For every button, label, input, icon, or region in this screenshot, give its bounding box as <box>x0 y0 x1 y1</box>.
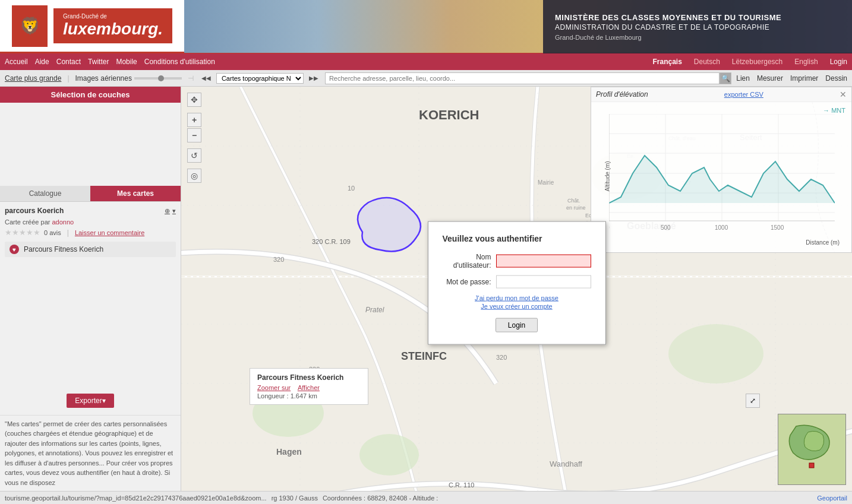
auteur-link[interactable]: adonno <box>52 218 74 226</box>
map-item-icon: ♥ <box>10 245 19 254</box>
status-projection: rg 1930 / Gauss <box>272 495 318 502</box>
cartes-topo-select[interactable]: Cartes topographique N <box>216 73 304 84</box>
lang-letzebuergesch[interactable]: Lëtzebuergesch <box>732 58 782 66</box>
svg-text:320: 320 <box>273 256 284 263</box>
grand-duche-text: Grand-Duché de <box>63 13 163 20</box>
nav-login[interactable]: Login <box>830 58 847 66</box>
stars: ★★★★★ <box>5 228 40 237</box>
elevation-panel: Profil d'élévation exporter CSV ✕ → MNT … <box>591 87 852 253</box>
minimap[interactable] <box>778 414 846 485</box>
nav-twitter[interactable]: Twitter <box>88 58 109 66</box>
lang-francais[interactable]: Français <box>652 58 681 66</box>
export-area: Exporter▾ <box>0 391 181 413</box>
lang-deutsch[interactable]: Deutsch <box>694 58 720 66</box>
expand-icon: ⤢ <box>750 397 756 405</box>
username-row: Nom d'utilisateur: <box>443 252 591 269</box>
rating-row: ★★★★★ 0 avis | Laisser un commentaire <box>5 228 176 237</box>
layer-next-btn[interactable]: ▶▶ <box>307 74 320 82</box>
sidebar: Sélection de couches Catalogue Mes carte… <box>0 87 181 491</box>
toolbar: Carte plus grande | Images aériennes ⊣ ◀… <box>0 70 852 87</box>
search-button[interactable]: 🔍 <box>720 72 731 84</box>
create-account-link[interactable]: Je veux créer un compte <box>443 302 591 309</box>
password-row: Mot de passe: <box>443 275 591 288</box>
login-submit-btn[interactable]: Login <box>496 318 538 332</box>
laisser-commentaire-link[interactable]: Laisser un commentaire <box>75 229 144 236</box>
zoom-in-btn[interactable]: + <box>187 113 201 127</box>
images-aeriennes-label: Images aériennes <box>75 74 132 83</box>
logo-area: 🦁 Grand-Duché de luxembourg. <box>0 0 184 53</box>
export-csv-btn[interactable]: exporter CSV <box>724 91 763 98</box>
rotate-btn[interactable]: ↺ <box>187 148 201 163</box>
parcours-row: parcours Koerich ⊕ ▾ <box>5 207 176 215</box>
locate-btn[interactable]: ◎ <box>187 169 201 183</box>
password-input[interactable] <box>496 275 591 288</box>
logo-lion: 🦁 <box>12 5 48 47</box>
svg-text:Pratel: Pratel <box>365 306 384 314</box>
ministry-title: Ministère des Classes moyennes et du Tou… <box>555 13 840 22</box>
search-bar: 🔍 <box>325 72 731 84</box>
sidebar-tabs: Catalogue Mes cartes <box>0 186 181 202</box>
elevation-chart: → MNT Altitude (m) Distance (m) <box>591 102 851 251</box>
popup-title: Parcours Fitness Koerich <box>257 373 361 382</box>
svg-text:KOERICH: KOERICH <box>419 107 479 122</box>
navbar: Accueil Aide Contact Twitter Mobile Cond… <box>0 53 852 70</box>
search-input[interactable] <box>325 72 720 84</box>
svg-text:500: 500 <box>661 224 671 231</box>
password-label: Mot de passe: <box>443 277 496 286</box>
expand-map-btn[interactable]: ⤢ <box>746 394 760 408</box>
geoportail-link[interactable]: Geoportail <box>817 495 847 502</box>
afficher-link[interactable]: Afficher <box>298 384 320 391</box>
layer-slider-thumb[interactable] <box>158 75 164 81</box>
export-button[interactable]: Exporter▾ <box>67 394 113 408</box>
svg-text:en ruine: en ruine <box>566 205 586 211</box>
carte-plus-grande-btn[interactable]: Carte plus grande <box>5 74 61 83</box>
zoomer-sur-link[interactable]: Zoomer sur <box>257 384 291 391</box>
parcours-popup: Parcours Fitness Koerich Zoomer sur Affi… <box>250 368 368 405</box>
tab-catalogue[interactable]: Catalogue <box>0 186 90 201</box>
popup-actions: Zoomer sur Afficher <box>257 384 361 391</box>
map-container[interactable]: KOERICH STEINFC Goeblangé Seitert Pratel… <box>181 87 852 491</box>
ministry-sub2: Grand-Duché de Luxembourg <box>555 34 840 41</box>
parcours-icon1[interactable]: ⊕ <box>165 207 170 215</box>
parcours-fitness-item[interactable]: ♥ Parcours Fitness Koerich <box>5 242 176 257</box>
popup-distance: Longueur : 1.647 km <box>257 392 361 400</box>
header-ministry: Ministère des Classes moyennes et du Tou… <box>543 0 852 53</box>
lang-english[interactable]: English <box>794 58 818 66</box>
ministry-subtitle: Administration du Cadastre et de la Topo… <box>555 23 840 31</box>
login-dialog: Veuillez vous authentifier Nom d'utilisa… <box>428 221 606 344</box>
zoom-out-btn[interactable]: − <box>187 128 201 142</box>
dessin-btn[interactable]: Dessin <box>825 74 847 83</box>
layer-slider-track[interactable] <box>134 77 182 80</box>
main: Sélection de couches Catalogue Mes carte… <box>0 87 852 491</box>
svg-text:320 C.R. 109: 320 C.R. 109 <box>312 238 351 245</box>
svg-text:Wandhaff: Wandhaff <box>550 459 582 468</box>
layer-prev-btn[interactable]: ◀◀ <box>200 74 213 82</box>
nav-mobile[interactable]: Mobile <box>116 58 137 66</box>
nav-conditions[interactable]: Conditions d'utilisation <box>144 58 215 66</box>
parcours-icon2[interactable]: ▾ <box>172 207 176 215</box>
map-item-label: Parcours Fitness Koerich <box>24 245 103 253</box>
nav-accueil[interactable]: Accueil <box>5 58 28 66</box>
svg-text:1000: 1000 <box>715 224 728 231</box>
sidebar-content: parcours Koerich ⊕ ▾ Carte créée par ado… <box>0 202 181 391</box>
status-coordinates: Coordonnées : 68829, 82408 - Altitude : <box>323 495 438 502</box>
parcours-icons: ⊕ ▾ <box>165 207 176 215</box>
tab-mes-cartes[interactable]: Mes cartes <box>90 186 181 201</box>
forgot-password-link[interactable]: J'ai perdu mon mot de passe <box>443 294 591 301</box>
nav-aide[interactable]: Aide <box>35 58 49 66</box>
carte-creee: Carte créée par adonno <box>5 218 176 226</box>
lien-btn[interactable]: Lien <box>736 74 750 83</box>
svg-text:0: 0 <box>609 224 610 231</box>
svg-text:C.R. 110: C.R. 110 <box>449 481 474 489</box>
imprimer-btn[interactable]: Imprimer <box>790 74 818 83</box>
username-input[interactable] <box>496 254 591 267</box>
nav-contact[interactable]: Contact <box>56 58 81 66</box>
svg-text:Mairie: Mairie <box>538 179 554 186</box>
mesurer-btn[interactable]: Mesurer <box>757 74 783 83</box>
minimap-inner <box>778 414 845 484</box>
elevation-close-btn[interactable]: ✕ <box>840 90 847 99</box>
pan-control[interactable]: ✥ <box>187 93 201 107</box>
parcours-title: parcours Koerich <box>5 207 64 215</box>
header: 🦁 Grand-Duché de luxembourg. Ministère d… <box>0 0 852 53</box>
elevation-header: Profil d'élévation exporter CSV ✕ <box>591 87 851 102</box>
